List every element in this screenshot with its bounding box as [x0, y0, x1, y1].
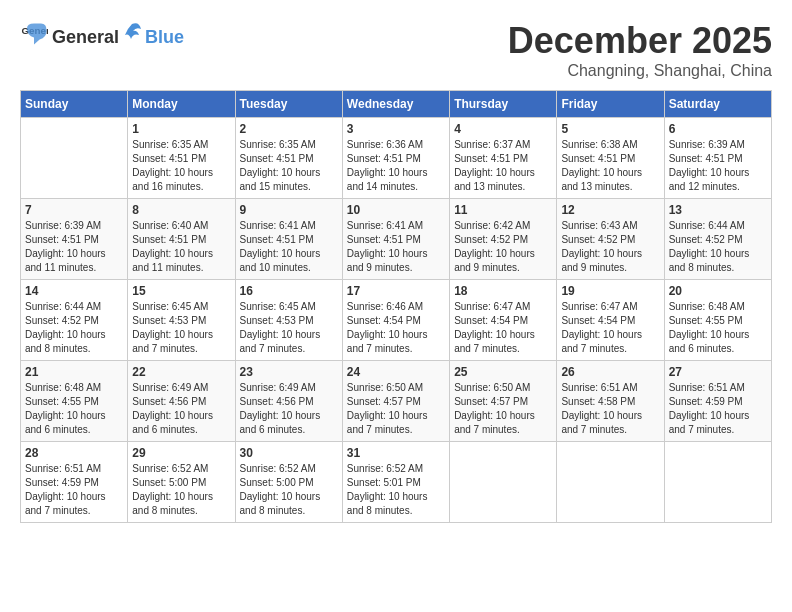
day-cell: 13Sunrise: 6:44 AM Sunset: 4:52 PM Dayli…	[664, 199, 771, 280]
day-cell: 29Sunrise: 6:52 AM Sunset: 5:00 PM Dayli…	[128, 442, 235, 523]
calendar-table: SundayMondayTuesdayWednesdayThursdayFrid…	[20, 90, 772, 523]
day-info: Sunrise: 6:46 AM Sunset: 4:54 PM Dayligh…	[347, 300, 445, 356]
day-info: Sunrise: 6:48 AM Sunset: 4:55 PM Dayligh…	[669, 300, 767, 356]
day-number: 5	[561, 122, 659, 136]
day-cell: 30Sunrise: 6:52 AM Sunset: 5:00 PM Dayli…	[235, 442, 342, 523]
day-info: Sunrise: 6:47 AM Sunset: 4:54 PM Dayligh…	[561, 300, 659, 356]
day-cell: 1Sunrise: 6:35 AM Sunset: 4:51 PM Daylig…	[128, 118, 235, 199]
day-number: 10	[347, 203, 445, 217]
day-info: Sunrise: 6:36 AM Sunset: 4:51 PM Dayligh…	[347, 138, 445, 194]
day-number: 16	[240, 284, 338, 298]
day-info: Sunrise: 6:41 AM Sunset: 4:51 PM Dayligh…	[240, 219, 338, 275]
header-row: SundayMondayTuesdayWednesdayThursdayFrid…	[21, 91, 772, 118]
day-info: Sunrise: 6:51 AM Sunset: 4:58 PM Dayligh…	[561, 381, 659, 437]
main-title: December 2025	[508, 20, 772, 62]
day-cell: 3Sunrise: 6:36 AM Sunset: 4:51 PM Daylig…	[342, 118, 449, 199]
day-cell: 22Sunrise: 6:49 AM Sunset: 4:56 PM Dayli…	[128, 361, 235, 442]
day-cell: 2Sunrise: 6:35 AM Sunset: 4:51 PM Daylig…	[235, 118, 342, 199]
day-number: 12	[561, 203, 659, 217]
day-number: 11	[454, 203, 552, 217]
day-cell: 26Sunrise: 6:51 AM Sunset: 4:58 PM Dayli…	[557, 361, 664, 442]
logo-blue: Blue	[145, 27, 184, 48]
day-cell	[557, 442, 664, 523]
day-info: Sunrise: 6:35 AM Sunset: 4:51 PM Dayligh…	[240, 138, 338, 194]
day-number: 27	[669, 365, 767, 379]
day-cell	[450, 442, 557, 523]
day-number: 18	[454, 284, 552, 298]
day-number: 6	[669, 122, 767, 136]
day-info: Sunrise: 6:51 AM Sunset: 4:59 PM Dayligh…	[25, 462, 123, 518]
day-info: Sunrise: 6:38 AM Sunset: 4:51 PM Dayligh…	[561, 138, 659, 194]
week-row-2: 7Sunrise: 6:39 AM Sunset: 4:51 PM Daylig…	[21, 199, 772, 280]
day-info: Sunrise: 6:42 AM Sunset: 4:52 PM Dayligh…	[454, 219, 552, 275]
day-info: Sunrise: 6:48 AM Sunset: 4:55 PM Dayligh…	[25, 381, 123, 437]
day-info: Sunrise: 6:49 AM Sunset: 4:56 PM Dayligh…	[240, 381, 338, 437]
week-row-1: 1Sunrise: 6:35 AM Sunset: 4:51 PM Daylig…	[21, 118, 772, 199]
day-info: Sunrise: 6:45 AM Sunset: 4:53 PM Dayligh…	[240, 300, 338, 356]
logo: General General Blue	[20, 20, 184, 48]
day-cell: 12Sunrise: 6:43 AM Sunset: 4:52 PM Dayli…	[557, 199, 664, 280]
week-row-3: 14Sunrise: 6:44 AM Sunset: 4:52 PM Dayli…	[21, 280, 772, 361]
subtitle: Changning, Shanghai, China	[508, 62, 772, 80]
day-info: Sunrise: 6:44 AM Sunset: 4:52 PM Dayligh…	[25, 300, 123, 356]
week-row-4: 21Sunrise: 6:48 AM Sunset: 4:55 PM Dayli…	[21, 361, 772, 442]
day-info: Sunrise: 6:39 AM Sunset: 4:51 PM Dayligh…	[669, 138, 767, 194]
day-number: 2	[240, 122, 338, 136]
day-cell: 23Sunrise: 6:49 AM Sunset: 4:56 PM Dayli…	[235, 361, 342, 442]
day-cell: 4Sunrise: 6:37 AM Sunset: 4:51 PM Daylig…	[450, 118, 557, 199]
day-number: 23	[240, 365, 338, 379]
day-number: 28	[25, 446, 123, 460]
day-number: 31	[347, 446, 445, 460]
logo-general: General	[52, 27, 119, 48]
day-cell: 24Sunrise: 6:50 AM Sunset: 4:57 PM Dayli…	[342, 361, 449, 442]
day-number: 21	[25, 365, 123, 379]
day-info: Sunrise: 6:41 AM Sunset: 4:51 PM Dayligh…	[347, 219, 445, 275]
day-info: Sunrise: 6:49 AM Sunset: 4:56 PM Dayligh…	[132, 381, 230, 437]
day-cell	[21, 118, 128, 199]
day-cell: 9Sunrise: 6:41 AM Sunset: 4:51 PM Daylig…	[235, 199, 342, 280]
day-number: 29	[132, 446, 230, 460]
logo-bird	[121, 21, 143, 43]
header-thursday: Thursday	[450, 91, 557, 118]
day-number: 7	[25, 203, 123, 217]
day-cell: 7Sunrise: 6:39 AM Sunset: 4:51 PM Daylig…	[21, 199, 128, 280]
day-cell: 16Sunrise: 6:45 AM Sunset: 4:53 PM Dayli…	[235, 280, 342, 361]
day-info: Sunrise: 6:37 AM Sunset: 4:51 PM Dayligh…	[454, 138, 552, 194]
day-cell: 19Sunrise: 6:47 AM Sunset: 4:54 PM Dayli…	[557, 280, 664, 361]
day-info: Sunrise: 6:44 AM Sunset: 4:52 PM Dayligh…	[669, 219, 767, 275]
day-number: 17	[347, 284, 445, 298]
header-saturday: Saturday	[664, 91, 771, 118]
day-number: 1	[132, 122, 230, 136]
day-info: Sunrise: 6:52 AM Sunset: 5:00 PM Dayligh…	[132, 462, 230, 518]
day-cell: 17Sunrise: 6:46 AM Sunset: 4:54 PM Dayli…	[342, 280, 449, 361]
day-number: 13	[669, 203, 767, 217]
day-number: 19	[561, 284, 659, 298]
day-info: Sunrise: 6:50 AM Sunset: 4:57 PM Dayligh…	[454, 381, 552, 437]
day-info: Sunrise: 6:35 AM Sunset: 4:51 PM Dayligh…	[132, 138, 230, 194]
day-info: Sunrise: 6:50 AM Sunset: 4:57 PM Dayligh…	[347, 381, 445, 437]
day-cell: 14Sunrise: 6:44 AM Sunset: 4:52 PM Dayli…	[21, 280, 128, 361]
logo-icon: General	[20, 20, 48, 48]
day-cell: 20Sunrise: 6:48 AM Sunset: 4:55 PM Dayli…	[664, 280, 771, 361]
day-number: 3	[347, 122, 445, 136]
day-cell: 6Sunrise: 6:39 AM Sunset: 4:51 PM Daylig…	[664, 118, 771, 199]
day-number: 15	[132, 284, 230, 298]
header-friday: Friday	[557, 91, 664, 118]
title-block: December 2025 Changning, Shanghai, China	[508, 20, 772, 80]
day-number: 8	[132, 203, 230, 217]
day-cell: 21Sunrise: 6:48 AM Sunset: 4:55 PM Dayli…	[21, 361, 128, 442]
day-info: Sunrise: 6:43 AM Sunset: 4:52 PM Dayligh…	[561, 219, 659, 275]
day-cell	[664, 442, 771, 523]
header-tuesday: Tuesday	[235, 91, 342, 118]
day-cell: 5Sunrise: 6:38 AM Sunset: 4:51 PM Daylig…	[557, 118, 664, 199]
day-info: Sunrise: 6:45 AM Sunset: 4:53 PM Dayligh…	[132, 300, 230, 356]
day-number: 4	[454, 122, 552, 136]
day-cell: 10Sunrise: 6:41 AM Sunset: 4:51 PM Dayli…	[342, 199, 449, 280]
day-number: 22	[132, 365, 230, 379]
day-info: Sunrise: 6:51 AM Sunset: 4:59 PM Dayligh…	[669, 381, 767, 437]
day-cell: 8Sunrise: 6:40 AM Sunset: 4:51 PM Daylig…	[128, 199, 235, 280]
day-cell: 28Sunrise: 6:51 AM Sunset: 4:59 PM Dayli…	[21, 442, 128, 523]
day-number: 26	[561, 365, 659, 379]
day-info: Sunrise: 6:47 AM Sunset: 4:54 PM Dayligh…	[454, 300, 552, 356]
day-info: Sunrise: 6:52 AM Sunset: 5:01 PM Dayligh…	[347, 462, 445, 518]
